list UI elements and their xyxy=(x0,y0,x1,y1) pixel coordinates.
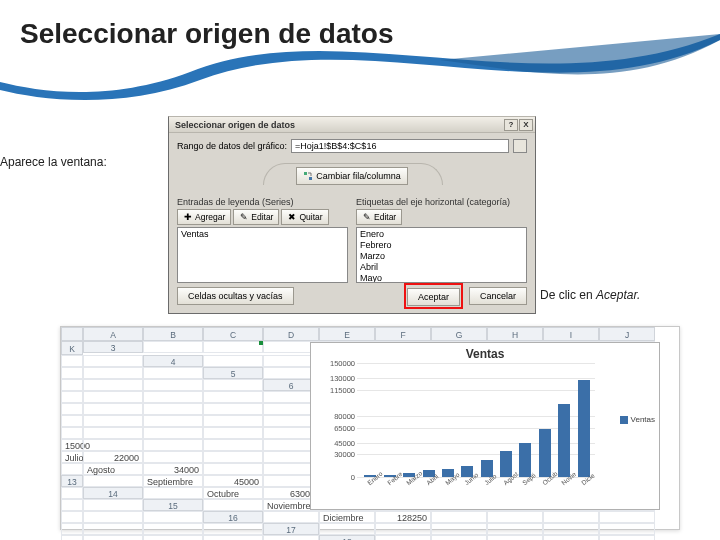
cell[interactable] xyxy=(203,427,263,439)
cell[interactable] xyxy=(143,451,203,463)
accept-button[interactable]: Aceptar xyxy=(407,288,460,306)
switch-row-column-button[interactable]: Cambiar fila/columna xyxy=(296,167,408,185)
cell[interactable] xyxy=(487,535,543,540)
cell[interactable] xyxy=(83,439,143,451)
cell[interactable] xyxy=(83,355,143,367)
cell[interactable] xyxy=(83,379,143,391)
cell[interactable] xyxy=(203,439,263,451)
cell[interactable] xyxy=(61,355,83,367)
cell[interactable] xyxy=(83,427,143,439)
chart-data-range-input[interactable]: =Hoja1!$B$4:$C$16 xyxy=(291,139,509,153)
cell[interactable]: 22000 xyxy=(83,451,143,463)
cell[interactable]: 128250 xyxy=(375,511,431,523)
cell[interactable] xyxy=(263,535,319,540)
cell[interactable]: Diciembre xyxy=(319,511,375,523)
cell[interactable] xyxy=(203,499,263,511)
cell[interactable] xyxy=(543,511,599,523)
cell[interactable] xyxy=(61,523,83,535)
help-button[interactable]: ? xyxy=(504,119,518,131)
cell[interactable]: 34000 xyxy=(143,463,203,475)
close-button[interactable]: X xyxy=(519,119,533,131)
list-item[interactable]: Ventas xyxy=(181,229,344,240)
cell[interactable] xyxy=(61,499,83,511)
range-selector-button[interactable] xyxy=(513,139,527,153)
column-header[interactable]: D xyxy=(263,327,319,341)
cell[interactable] xyxy=(61,463,83,475)
add-series-button[interactable]: ✚Agregar xyxy=(177,209,231,225)
cell[interactable] xyxy=(203,451,263,463)
cell[interactable] xyxy=(83,499,143,511)
cell[interactable] xyxy=(375,523,431,535)
cell[interactable] xyxy=(61,379,83,391)
cell[interactable] xyxy=(61,535,83,540)
cell[interactable] xyxy=(61,487,83,499)
cell[interactable] xyxy=(203,523,263,535)
cell[interactable] xyxy=(263,511,319,523)
cell[interactable] xyxy=(203,535,263,540)
cell[interactable] xyxy=(61,427,83,439)
row-header[interactable]: 4 xyxy=(143,355,203,367)
embedded-chart[interactable]: Ventas 030000450006500080000115000130000… xyxy=(310,342,660,510)
list-item[interactable]: Enero xyxy=(360,229,523,240)
row-header[interactable]: 16 xyxy=(203,511,263,523)
cell[interactable] xyxy=(143,379,203,391)
cell[interactable] xyxy=(599,535,655,540)
cell[interactable] xyxy=(599,511,655,523)
row-header[interactable]: 15 xyxy=(143,499,203,511)
cell[interactable] xyxy=(143,439,203,451)
cell[interactable] xyxy=(203,379,263,391)
cell[interactable]: Agosto xyxy=(83,463,143,475)
column-header[interactable]: G xyxy=(431,327,487,341)
cell[interactable] xyxy=(83,535,143,540)
cell[interactable]: 45000 xyxy=(203,475,263,487)
cell[interactable] xyxy=(431,535,487,540)
cell[interactable] xyxy=(375,535,431,540)
cell[interactable] xyxy=(203,355,263,367)
cell[interactable] xyxy=(61,367,83,379)
cell[interactable] xyxy=(543,523,599,535)
cell[interactable] xyxy=(431,523,487,535)
cell[interactable] xyxy=(431,511,487,523)
cell[interactable] xyxy=(143,341,203,353)
edit-series-button[interactable]: ✎Editar xyxy=(233,209,279,225)
column-header[interactable]: E xyxy=(319,327,375,341)
column-header[interactable]: I xyxy=(543,327,599,341)
row-header[interactable]: 5 xyxy=(203,367,263,379)
column-header[interactable]: A xyxy=(83,327,143,341)
list-item[interactable]: Marzo xyxy=(360,251,523,262)
cancel-button[interactable]: Cancelar xyxy=(469,287,527,305)
cell[interactable] xyxy=(143,535,203,540)
cell[interactable] xyxy=(83,475,143,487)
column-header[interactable]: H xyxy=(487,327,543,341)
categories-listbox[interactable]: Enero Febrero Marzo Abril Mayo xyxy=(356,227,527,283)
list-item[interactable]: Mayo xyxy=(360,273,523,283)
cell[interactable] xyxy=(83,415,143,427)
cell[interactable] xyxy=(143,415,203,427)
row-header[interactable]: 17 xyxy=(263,523,319,535)
cell[interactable] xyxy=(83,367,143,379)
cell[interactable] xyxy=(487,511,543,523)
row-header[interactable]: 18 xyxy=(319,535,375,540)
cell[interactable] xyxy=(487,523,543,535)
row-header[interactable]: 13 xyxy=(61,475,83,487)
column-header[interactable]: J xyxy=(599,327,655,341)
remove-series-button[interactable]: ✖Quitar xyxy=(281,209,328,225)
cell[interactable]: Julio xyxy=(61,451,83,463)
cell[interactable] xyxy=(143,487,203,499)
cell[interactable] xyxy=(143,427,203,439)
column-header[interactable]: C xyxy=(203,327,263,341)
cell[interactable] xyxy=(143,391,203,403)
cell[interactable] xyxy=(319,523,375,535)
row-header[interactable]: 14 xyxy=(83,487,143,499)
cell[interactable] xyxy=(203,415,263,427)
cell[interactable] xyxy=(599,523,655,535)
cell[interactable] xyxy=(83,523,143,535)
list-item[interactable]: Abril xyxy=(360,262,523,273)
cell[interactable] xyxy=(143,367,203,379)
cell[interactable] xyxy=(203,391,263,403)
column-header[interactable]: F xyxy=(375,327,431,341)
cell[interactable]: 15000 xyxy=(61,439,83,451)
cell[interactable] xyxy=(61,415,83,427)
cell[interactable]: Septiembre xyxy=(143,475,203,487)
column-header[interactable]: K xyxy=(61,341,83,355)
